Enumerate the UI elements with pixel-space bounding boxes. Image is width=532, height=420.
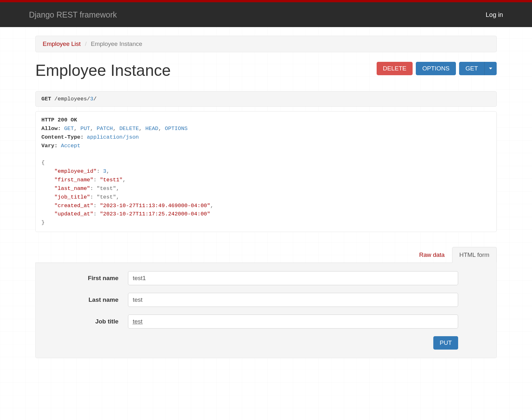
first-name-input[interactable]	[128, 271, 458, 285]
vary-value: Accept	[61, 143, 80, 149]
job-title-input[interactable]	[128, 315, 458, 329]
put-button[interactable]: PUT	[433, 336, 458, 350]
allow-put: PUT	[80, 126, 90, 132]
topbar-accent	[0, 0, 532, 2]
delete-button[interactable]: DELETE	[377, 62, 413, 75]
breadcrumb-separator: /	[85, 40, 87, 47]
content-type-value: application/json	[87, 134, 139, 140]
json-last-name: test	[100, 185, 113, 192]
options-button[interactable]: OPTIONS	[416, 62, 456, 75]
tab-html-form[interactable]: HTML form	[452, 247, 497, 263]
content-type-label: Content-Type:	[41, 134, 84, 140]
last-name-input[interactable]	[128, 293, 458, 307]
json-job-title: test	[100, 194, 113, 200]
json-first-name: test1	[103, 177, 119, 183]
last-name-label: Last name	[48, 296, 128, 303]
login-link[interactable]: Log in	[486, 11, 503, 18]
allow-patch: PATCH	[96, 126, 113, 132]
navbar: Django REST framework Log in	[0, 2, 532, 27]
json-employee-id: 3	[103, 168, 106, 174]
json-updated-at: 2023-10-27T11:17:25.242000-04:00	[103, 211, 207, 217]
page-title: Employee Instance	[35, 61, 171, 80]
chevron-down-icon	[489, 68, 492, 69]
tab-raw-data[interactable]: Raw data	[412, 247, 452, 263]
json-created-at: 2023-10-27T11:13:49.469000-04:00	[103, 203, 207, 209]
request-path-prefix: /employees/	[51, 96, 90, 102]
breadcrumb: Employee List / Employee Instance	[35, 36, 497, 52]
breadcrumb-current: Employee Instance	[91, 40, 142, 47]
allow-head: HEAD	[145, 126, 159, 132]
allow-delete: DELETE	[119, 126, 139, 132]
allow-label: Allow:	[41, 126, 61, 132]
request-line: GET /employees/3/	[35, 91, 497, 107]
allow-options: OPTIONS	[165, 126, 188, 132]
allow-get: GET	[64, 126, 74, 132]
get-button-group: GET	[459, 62, 497, 75]
get-button[interactable]: GET	[459, 62, 484, 75]
form-tabs: Raw data HTML form	[35, 247, 497, 263]
request-id: 3	[90, 96, 93, 102]
first-name-label: First name	[48, 275, 128, 282]
html-form-panel: First name Last name Job title PUT	[35, 263, 497, 358]
request-method: GET	[41, 96, 51, 102]
breadcrumb-parent[interactable]: Employee List	[43, 40, 81, 47]
brand-link[interactable]: Django REST framework	[29, 10, 117, 19]
get-dropdown-toggle[interactable]	[484, 62, 497, 75]
response-box: HTTP 200 OK Allow: GET, PUT, PATCH, DELE…	[35, 111, 497, 232]
request-path-suffix: /	[93, 96, 96, 102]
response-status: HTTP 200 OK	[41, 117, 77, 123]
action-buttons: DELETE OPTIONS GET	[377, 62, 497, 75]
vary-label: Vary:	[41, 143, 58, 149]
job-title-label: Job title	[48, 318, 128, 325]
